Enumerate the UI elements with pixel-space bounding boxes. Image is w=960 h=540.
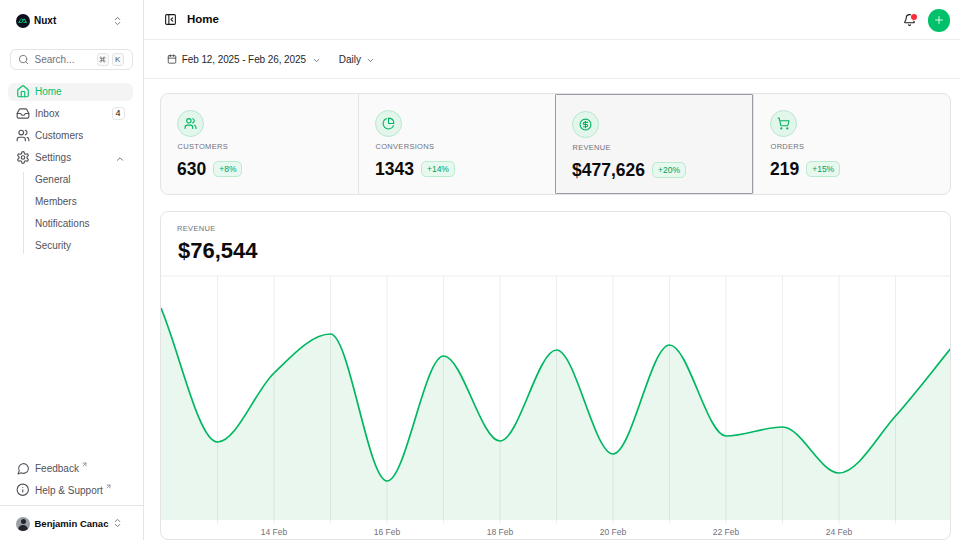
svg-text:22 Feb: 22 Feb [712,527,739,537]
svg-text:16 Feb: 16 Feb [373,527,400,537]
svg-text:14 Feb: 14 Feb [260,527,287,537]
svg-text:24 Feb: 24 Feb [825,527,852,537]
svg-text:18 Feb: 18 Feb [486,527,513,537]
svg-text:20 Feb: 20 Feb [599,527,626,537]
